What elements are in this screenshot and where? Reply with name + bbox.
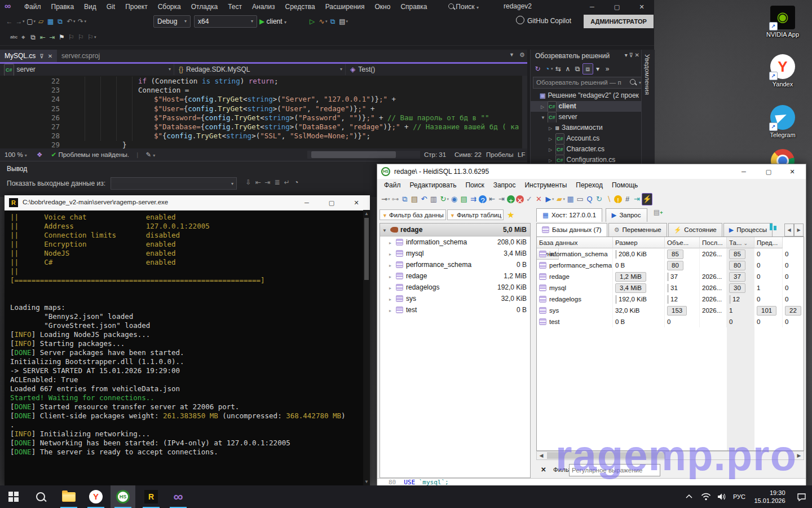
output-maximize-icon[interactable]: ⇩ — [244, 177, 253, 187]
tab-Переменные[interactable]: ⚙Переменные — [608, 223, 667, 237]
status-spaces[interactable]: Пробелы — [486, 148, 514, 161]
goto-next-message-icon[interactable]: ⇥ — [263, 177, 272, 187]
post-record-icon[interactable]: ✓ — [524, 194, 534, 205]
column-header-Посл...[interactable]: Посл... — [700, 237, 727, 248]
taskbar-search-button[interactable] — [28, 485, 53, 508]
code-line[interactable]: $"{config.TryGet<string>("SSL", "SslMode… — [62, 132, 527, 141]
collapse-all-icon[interactable]: ∧ — [563, 64, 573, 74]
code-line[interactable]: $"User={config.TryGet<string>("User", "r… — [62, 104, 527, 113]
problems-indicator[interactable]: ✔ Проблемы не найдены. — [51, 151, 129, 158]
bookmark-toggle-icon[interactable]: ⚑ — [57, 32, 67, 42]
code-line[interactable]: if (Connection is string) return; — [62, 77, 527, 86]
paste-icon[interactable]: ▤ — [410, 194, 420, 205]
user-manager-icon[interactable]: ◉ — [449, 194, 459, 205]
bookmark-clear-dropdown-icon[interactable]: ▾ — [94, 35, 96, 40]
scroll-up-icon[interactable]: ▲ — [363, 211, 370, 216]
taskbar-explorer-button[interactable] — [56, 485, 81, 508]
taskbar-yandex-button[interactable]: Y — [83, 485, 108, 508]
first-record-icon[interactable]: ⇤ — [487, 194, 497, 205]
vs-menu-Файл[interactable]: Файл — [19, 0, 46, 14]
table-row[interactable]: mysql3,4 MiB312026...3010 — [537, 282, 804, 294]
console-scrollbar[interactable]: ▲ ▼ — [363, 210, 370, 485]
open-file-icon[interactable]: ▱ — [36, 16, 46, 27]
reformat-sql-icon[interactable]: ⚡ — [642, 193, 652, 205]
code-line[interactable]: $"Password={config.TryGet<string>("Passw… — [62, 113, 527, 122]
copilot-button[interactable]: GitHub Copilot — [516, 16, 571, 25]
tab-scroll-left-icon[interactable]: ◀ — [784, 224, 794, 237]
start-button[interactable] — [1, 485, 26, 508]
db-item-sys[interactable]: ▸sys32,0 KiB — [380, 293, 530, 304]
chevron-icon[interactable]: ▸ — [389, 238, 396, 249]
indent-increase-icon[interactable]: ⇥ — [47, 32, 57, 42]
member-dropdown[interactable]: ◈Test() — [346, 64, 527, 75]
heidi-menu-Файл[interactable]: Файл — [379, 179, 405, 191]
minimize-button[interactable]: ─ — [295, 195, 318, 210]
new-project-dropdown-icon[interactable]: ▾ — [34, 19, 36, 24]
status-eol[interactable]: LF — [518, 148, 525, 161]
find-in-files-icon[interactable]: ⧉ — [328, 16, 338, 27]
table-row[interactable]: performance_schema0 B808000 — [537, 260, 804, 271]
tab-list-icon[interactable]: ▼ — [509, 52, 514, 58]
vs-search-box[interactable]: Поиск ▾ — [448, 2, 500, 12]
chevron-icon[interactable]: ▼ — [541, 112, 548, 122]
chart-tab[interactable] — [770, 224, 776, 232]
chevron-expanded-icon[interactable]: ▼ — [382, 225, 389, 237]
notification-center-icon[interactable] — [793, 485, 810, 508]
vs-menu-Расширения[interactable]: Расширения — [320, 0, 370, 14]
vs-menu-Окно[interactable]: Окно — [369, 0, 395, 14]
warnings-icon[interactable]: ! — [614, 195, 622, 203]
pin-icon[interactable]: ⊽ — [39, 53, 43, 59]
column-header-Размер[interactable]: Размер — [613, 237, 665, 248]
desktop-icon-Yandex[interactable]: Y↗Yandex — [759, 54, 806, 87]
host-monitor-icon[interactable]: ▭ — [575, 194, 585, 205]
chevron-icon[interactable]: ▷ — [541, 102, 548, 112]
profiler-dropdown-icon[interactable]: ▾ — [325, 19, 328, 24]
taskbar-visualstudio-button[interactable]: ∞ — [166, 485, 191, 508]
nav-forward-dropdown-icon[interactable]: ▾ — [23, 19, 25, 24]
cancel-record-icon[interactable]: ✕ — [516, 195, 524, 203]
start-without-debug-icon[interactable]: ▷ — [307, 16, 317, 27]
platform-select[interactable]: x64▾ — [194, 15, 257, 28]
history-icon[interactable]: ◔ — [292, 177, 301, 187]
tab-MySQL.cs[interactable]: MySQL.cs⊽✕ — [0, 50, 57, 62]
minimize-button[interactable]: ─ — [731, 164, 756, 179]
session-item-redage[interactable]: ▼redage 5,0 MiB — [380, 224, 530, 237]
paste-indent-icon[interactable]: ⧉ — [28, 32, 38, 42]
switch-views-icon[interactable]: ⇆ — [554, 64, 563, 74]
scroll-left-icon[interactable]: ◀ — [537, 452, 546, 459]
save-icon[interactable]: ▦ — [566, 194, 575, 205]
chevron-icon[interactable]: ▷ — [549, 134, 555, 144]
clear-filter-icon[interactable]: ✕ — [541, 466, 546, 474]
undo-icon[interactable]: ↶ — [420, 194, 429, 205]
bookmark-prev-icon[interactable]: ⚐ — [67, 32, 76, 42]
volume-icon[interactable] — [715, 485, 729, 508]
heidi-menu-Запрос[interactable]: Запрос — [489, 179, 520, 191]
close-button[interactable]: ✕ — [629, 0, 654, 14]
tray-chevron-up-icon[interactable] — [682, 485, 696, 508]
notifications-vertical-tab[interactable]: Уведомления — [641, 50, 655, 164]
vs-menu-Тест[interactable]: Тест — [223, 0, 247, 14]
feedback-icon[interactable]: ❖ — [37, 151, 42, 158]
filter-tables-input[interactable]: ▼Фильтр таблиц — [447, 209, 504, 220]
word-wrap-icon[interactable]: ⇥ — [632, 194, 642, 205]
tab-options-gear-icon[interactable]: ⚙ — [519, 51, 525, 59]
column-header-Та...[interactable]: Та...⌄ — [727, 237, 754, 248]
goto-prev-message-icon[interactable]: ⇤ — [253, 177, 263, 187]
editor-vertical-scrollbar[interactable] — [522, 76, 527, 148]
chevron-icon[interactable]: ▸ — [389, 260, 396, 271]
language-indicator[interactable]: РУС — [730, 485, 749, 508]
window-layout-dropdown-icon[interactable]: ▾ — [346, 19, 348, 24]
db-item-redagelogs[interactable]: ▸redagelogs192,0 KiB — [380, 282, 530, 293]
table-row[interactable]: redage1,2 MiB372026...3700 — [537, 271, 804, 282]
table-row[interactable]: redagelogs192,0 KiB122026...1200 — [537, 294, 804, 305]
vs-menu-Справка[interactable]: Справка — [395, 0, 432, 14]
minimize-button[interactable]: ─ — [580, 0, 604, 14]
code-editor[interactable]: 2223242526272829 if (Connection is strin… — [0, 76, 527, 148]
zoom-select[interactable]: 100 % ▾ — [5, 151, 27, 158]
tab-query[interactable]: ▶Запрос — [606, 208, 647, 222]
maximize-button[interactable]: ▢ — [320, 195, 343, 210]
heidi-menu-Переход[interactable]: Переход — [571, 179, 607, 191]
start-debug-button[interactable]: ▶ client ▾ — [259, 15, 286, 28]
spell-check-icon[interactable]: abc — [9, 32, 19, 42]
table-row[interactable]: information_schema208,0 KiB852026...8500 — [537, 248, 804, 260]
